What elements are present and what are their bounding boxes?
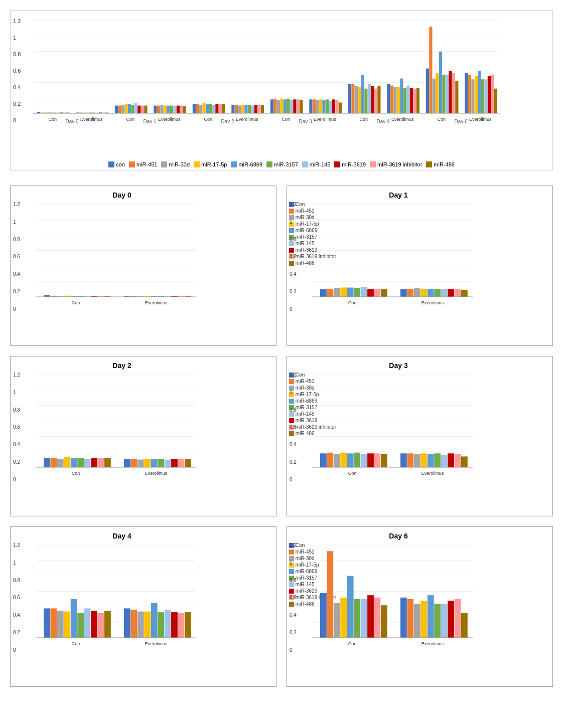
svg-rect-194 [400, 289, 407, 297]
svg-text:Day 2: Day 2 [221, 119, 234, 123]
svg-rect-79 [290, 100, 293, 113]
svg-text:Everolimus: Everolimus [469, 117, 492, 122]
svg-rect-291 [171, 612, 178, 638]
svg-rect-275 [57, 611, 64, 638]
small-chart-title-day3: Day 3 [310, 361, 487, 370]
svg-rect-43 [164, 106, 167, 113]
svg-text:Con: Con [204, 117, 212, 122]
svg-rect-67 [248, 105, 251, 113]
svg-rect-262 [455, 454, 461, 467]
svg-rect-255 [407, 453, 413, 467]
svg-rect-56 [209, 104, 212, 114]
small-y-axis-day3: 1.2 1 0.8 0.6 0.4 0.2 0 [290, 372, 297, 482]
svg-rect-42 [160, 105, 163, 113]
svg-rect-34 [131, 105, 134, 113]
svg-rect-220 [91, 458, 97, 468]
svg-rect-219 [84, 459, 91, 467]
svg-rect-89 [326, 99, 329, 113]
svg-rect-230 [165, 460, 171, 467]
svg-rect-273 [44, 608, 50, 638]
svg-rect-95 [348, 84, 351, 113]
svg-rect-309 [361, 599, 367, 638]
svg-rect-63 [235, 105, 238, 113]
svg-rect-44 [167, 106, 170, 113]
svg-rect-78 [287, 99, 290, 113]
small-chart-area-day3: 1.2 1 0.8 0.6 0.4 0.2 0 ConEverolimus Co… [310, 372, 547, 482]
small-chart-area-day6: 1.2 1 0.8 0.6 0.4 0.2 0 ConEverolimus Co… [310, 542, 547, 653]
svg-text:Everolimus: Everolimus [145, 300, 168, 305]
small-chart-area-day4: 1.2 1 0.8 0.6 0.4 0.2 0 ConEverolimus Co… [33, 542, 271, 653]
svg-rect-110 [400, 79, 403, 113]
svg-rect-45 [170, 106, 173, 113]
legend-color-mir6869 [231, 161, 237, 167]
svg-rect-278 [77, 613, 84, 638]
svg-rect-213 [44, 458, 50, 468]
legend-item-mir3619: miR-3619 [334, 161, 366, 167]
svg-rect-261 [448, 453, 454, 467]
svg-rect-52 [196, 104, 199, 114]
svg-rect-227 [144, 459, 151, 467]
svg-rect-277 [71, 599, 77, 638]
svg-text:Everolimus: Everolimus [158, 117, 181, 122]
svg-rect-310 [367, 595, 374, 638]
legend-color-mir17 [194, 161, 200, 167]
svg-rect-203 [461, 290, 468, 297]
svg-rect-245 [334, 454, 340, 467]
legend-item-con: con [108, 161, 125, 167]
svg-rect-30 [118, 106, 121, 113]
svg-text:Day 4: Day 4 [376, 119, 390, 123]
legend-color-mir3157 [266, 161, 272, 167]
svg-rect-88 [322, 100, 325, 113]
svg-rect-113 [410, 88, 413, 113]
svg-rect-36 [137, 106, 140, 113]
svg-rect-280 [91, 611, 97, 638]
svg-rect-32 [124, 104, 127, 114]
svg-rect-74 [273, 99, 276, 113]
svg-rect-85 [313, 99, 316, 113]
svg-text:Day 0: Day 0 [65, 119, 79, 123]
svg-text:Con: Con [72, 471, 80, 476]
svg-rect-47 [177, 106, 180, 113]
legend-color-mir3619 [334, 161, 340, 167]
svg-rect-53 [199, 105, 202, 113]
svg-rect-124 [449, 71, 452, 113]
svg-rect-38 [144, 106, 147, 113]
svg-text:Everolimus: Everolimus [80, 117, 103, 122]
svg-rect-192 [381, 289, 387, 297]
svg-rect-86 [316, 100, 319, 113]
svg-rect-221 [98, 458, 104, 468]
svg-text:Con: Con [126, 117, 134, 122]
svg-rect-118 [429, 27, 432, 113]
legend-item-mir3157: miR-3157 [266, 161, 298, 167]
svg-rect-321 [448, 601, 454, 638]
svg-rect-305 [334, 603, 340, 638]
svg-rect-101 [368, 84, 371, 113]
svg-rect-115 [416, 88, 419, 113]
svg-rect-228 [151, 459, 158, 467]
svg-rect-226 [137, 460, 144, 467]
svg-rect-41 [157, 106, 160, 113]
legend-item-mir145: miR-145 [302, 161, 331, 167]
small-chart-area-day1: 1.2 1 0.8 0.6 0.4 0.2 0 ConEverolimus Co… [310, 202, 547, 312]
svg-rect-185 [334, 288, 340, 297]
svg-rect-232 [178, 459, 185, 467]
svg-rect-69 [254, 105, 257, 113]
svg-rect-319 [434, 604, 441, 638]
svg-rect-186 [340, 288, 347, 297]
svg-rect-76 [280, 99, 283, 113]
svg-rect-312 [381, 605, 387, 638]
svg-rect-304 [327, 551, 333, 638]
svg-rect-285 [130, 610, 137, 638]
svg-rect-263 [461, 456, 468, 467]
legend-item-mir17: miR-17-5p [194, 161, 227, 167]
svg-rect-256 [414, 454, 420, 467]
main-legend: con miR-451 miR-30d miR-17-5p miR-6869 m… [11, 161, 552, 167]
svg-rect-190 [367, 289, 374, 297]
svg-text:Day 3: Day 3 [299, 119, 312, 123]
svg-rect-133 [481, 79, 484, 113]
svg-rect-82 [300, 100, 303, 113]
svg-text:Everolimus: Everolimus [391, 117, 414, 122]
svg-rect-106 [387, 84, 390, 113]
svg-rect-184 [327, 289, 333, 297]
legend-item-mir451: miR-451 [129, 161, 158, 167]
